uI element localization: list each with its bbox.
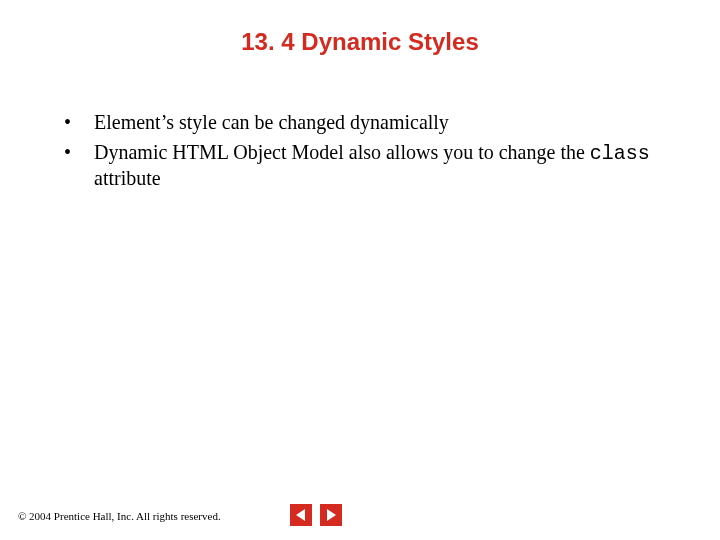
svg-marker-0: [296, 509, 305, 521]
triangle-right-icon: [324, 508, 338, 522]
bullet-marker: •: [60, 110, 94, 135]
slide: 13. 4 Dynamic Styles • Element’s style c…: [0, 0, 720, 540]
bullet-text-post: attribute: [94, 167, 161, 189]
triangle-left-icon: [294, 508, 308, 522]
bullet-text-pre: Element’s style can be changed dynamical…: [94, 111, 449, 133]
slide-nav: [290, 504, 342, 526]
copyright-footer: © 2004 Prentice Hall, Inc. All rights re…: [18, 510, 221, 522]
bullet-item: • Element’s style can be changed dynamic…: [60, 110, 660, 136]
svg-marker-1: [327, 509, 336, 521]
prev-slide-button[interactable]: [290, 504, 312, 526]
bullet-text: Dynamic HTML Object Model also allows yo…: [94, 140, 660, 191]
next-slide-button[interactable]: [320, 504, 342, 526]
slide-title: 13. 4 Dynamic Styles: [0, 28, 720, 56]
slide-body: • Element’s style can be changed dynamic…: [60, 110, 660, 195]
bullet-text-code: class: [590, 142, 650, 165]
bullet-marker: •: [60, 140, 94, 165]
bullet-item: • Dynamic HTML Object Model also allows …: [60, 140, 660, 191]
bullet-text-pre: Dynamic HTML Object Model also allows yo…: [94, 141, 590, 163]
bullet-text: Element’s style can be changed dynamical…: [94, 110, 660, 136]
